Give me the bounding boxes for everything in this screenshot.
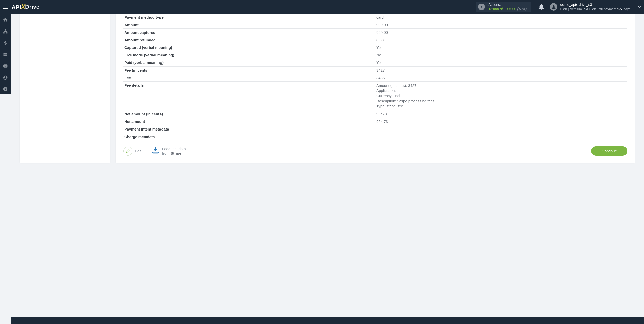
home-icon xyxy=(3,17,8,22)
details-table: Payment method typecardAmount999.00Amoun… xyxy=(123,14,627,140)
sidebar-connections[interactable] xyxy=(2,28,8,34)
row-value xyxy=(375,125,627,133)
row-value: 0.00 xyxy=(375,36,627,44)
row-label: Live mode (verbal meaning) xyxy=(123,51,375,59)
dollar-icon: $ xyxy=(3,40,8,45)
load-test-data-button[interactable]: Load test data from Stripe xyxy=(151,147,186,156)
edit-label: Edit xyxy=(135,149,141,153)
svg-rect-3 xyxy=(6,32,7,33)
user-dropdown-toggle[interactable] xyxy=(635,0,644,14)
app-header: APIXDrive i Actions: 18'055 of 100'000 (… xyxy=(0,0,644,14)
plan-line: Plan |Premium PRO| left until payment 17… xyxy=(560,7,630,11)
table-row: Amount999.00 xyxy=(123,21,627,29)
row-value: 964.73 xyxy=(375,118,627,125)
table-row: Payment intent metadata xyxy=(123,125,627,133)
row-label: Amount xyxy=(123,21,375,29)
row-value: 96473 xyxy=(375,110,627,118)
load-line1: Load test data xyxy=(162,147,186,151)
actions-of: of xyxy=(500,7,503,11)
chevron-down-icon xyxy=(638,6,641,8)
left-panel xyxy=(20,14,110,163)
table-row: Captured (verbal meaning)Yes xyxy=(123,44,627,51)
row-label: Amount refunded xyxy=(123,36,375,44)
row-label: Fee xyxy=(123,74,375,82)
table-row: Net amount964.73 xyxy=(123,118,627,125)
sidebar: $ ? xyxy=(0,14,11,94)
pencil-icon xyxy=(123,147,132,156)
row-label: Paid (verbal meaning) xyxy=(123,59,375,67)
continue-button[interactable]: Continue xyxy=(591,146,627,156)
svg-rect-2 xyxy=(3,32,5,33)
logo[interactable]: APIXDrive xyxy=(12,3,40,11)
question-icon: ? xyxy=(3,87,8,92)
briefcase-icon xyxy=(3,52,8,57)
row-value: Yes xyxy=(375,44,627,51)
sidebar-videos[interactable] xyxy=(2,63,8,69)
row-value: 34.27 xyxy=(375,74,627,82)
table-row: Amount refunded0.00 xyxy=(123,36,627,44)
load-line2: from Stripe xyxy=(162,151,186,156)
row-value: 999.00 xyxy=(375,29,627,36)
main-panel: Payment method typecardAmount999.00Amoun… xyxy=(116,14,635,163)
table-row: Paid (verbal meaning)Yes xyxy=(123,59,627,67)
menu-toggle[interactable] xyxy=(0,5,11,9)
actions-percent: (18%) xyxy=(517,7,527,11)
sidebar-home[interactable] xyxy=(2,17,8,23)
row-value: No xyxy=(375,51,627,59)
row-label: Amount captured xyxy=(123,29,375,36)
table-row: Fee (in cents)3427 xyxy=(123,67,627,74)
row-label: Payment method type xyxy=(123,14,375,21)
row-label: Fee details xyxy=(123,82,375,110)
row-value: 999.00 xyxy=(375,21,627,29)
row-label: Fee (in cents) xyxy=(123,67,375,74)
row-value: Yes xyxy=(375,59,627,67)
row-value: 3427 xyxy=(375,67,627,74)
actions-total: 100'000 xyxy=(504,7,516,11)
sidebar-billing[interactable]: $ xyxy=(2,40,8,46)
user-menu[interactable]: demo_apix-drive_s3 Plan |Premium PRO| le… xyxy=(548,0,635,14)
row-value: Amount (in cents): 3427 Application: Cur… xyxy=(375,82,627,110)
svg-point-0 xyxy=(553,5,555,7)
sidebar-account[interactable] xyxy=(2,75,8,81)
user-circle-icon xyxy=(3,75,8,80)
sitemap-icon xyxy=(3,29,8,34)
table-row: Net amount (in cents)96473 xyxy=(123,110,627,118)
actions-count: 18'055 xyxy=(488,7,499,11)
row-label: Net amount (in cents) xyxy=(123,110,375,118)
row-label: Captured (verbal meaning) xyxy=(123,44,375,51)
row-label: Payment intent metadata xyxy=(123,125,375,133)
row-value: card xyxy=(375,14,627,21)
avatar xyxy=(550,3,557,11)
table-row: Fee detailsAmount (in cents): 3427 Appli… xyxy=(123,82,627,110)
table-row: Amount captured999.00 xyxy=(123,29,627,36)
row-value xyxy=(375,133,627,141)
bell-icon xyxy=(539,4,544,10)
table-row: Charge metadata xyxy=(123,133,627,141)
notifications-button[interactable] xyxy=(535,0,548,14)
svg-point-7 xyxy=(5,76,6,78)
row-label: Net amount xyxy=(123,118,375,125)
actions-counter[interactable]: i Actions: 18'055 of 100'000 (18%) xyxy=(476,2,531,12)
row-label: Charge metadata xyxy=(123,133,375,141)
info-icon: i xyxy=(478,4,485,10)
svg-rect-1 xyxy=(5,29,6,30)
svg-text:$: $ xyxy=(4,40,7,45)
actions-label: Actions: xyxy=(488,3,527,7)
sidebar-help[interactable]: ? xyxy=(2,86,8,92)
user-icon xyxy=(551,5,556,9)
youtube-icon xyxy=(3,63,8,69)
download-icon xyxy=(151,147,159,155)
table-row: Fee34.27 xyxy=(123,74,627,82)
table-row: Live mode (verbal meaning)No xyxy=(123,51,627,59)
hamburger-icon xyxy=(3,5,8,9)
edit-button[interactable]: Edit xyxy=(123,147,141,156)
svg-text:?: ? xyxy=(5,87,7,91)
username: demo_apix-drive_s3 xyxy=(560,2,630,7)
sidebar-briefcase[interactable] xyxy=(2,51,8,57)
table-row: Payment method typecard xyxy=(123,14,627,21)
